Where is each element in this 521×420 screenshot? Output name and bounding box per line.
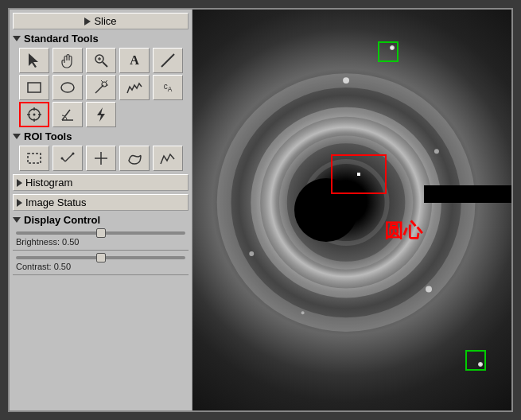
- green-box-bottom: [465, 350, 486, 371]
- chinese-label: 圆心: [384, 218, 422, 243]
- svg-line-11: [106, 80, 107, 82]
- point-roi-tool[interactable]: [52, 146, 83, 171]
- left-panel: Slice Standard Tools: [10, 10, 192, 410]
- slice-arrow-icon: [84, 18, 91, 25]
- histogram-label: Histogram: [25, 177, 72, 189]
- contrast-track[interactable]: [16, 256, 185, 259]
- bright-spot-2: [478, 362, 483, 367]
- line-tool[interactable]: [153, 48, 183, 73]
- divider-2: [13, 274, 189, 275]
- svg-point-26: [72, 153, 75, 155]
- svg-point-7: [61, 83, 74, 92]
- svg-line-5: [161, 54, 174, 67]
- svg-line-10: [101, 80, 103, 82]
- svg-line-20: [62, 110, 70, 120]
- display-control-header: Display Control: [10, 212, 192, 228]
- standard-tools-label: Standard Tools: [24, 33, 99, 45]
- svg-point-33: [343, 77, 349, 84]
- svg-marker-21: [97, 107, 105, 122]
- green-box-top: [378, 41, 399, 62]
- brightness-thumb[interactable]: [96, 228, 106, 238]
- svg-point-18: [33, 114, 36, 116]
- svg-point-9: [102, 82, 107, 87]
- brightness-slider-row: Brightness: 0.50: [10, 228, 192, 248]
- hand-tool[interactable]: [52, 48, 83, 73]
- crosshair-tool[interactable]: [19, 102, 49, 127]
- image-status-label: Image Status: [25, 196, 87, 208]
- image-area: 圆心: [192, 10, 511, 410]
- image-status-button[interactable]: Image Status: [13, 194, 189, 211]
- bright-spot-1: [390, 45, 395, 50]
- roi-tools-header: ROI Tools: [10, 129, 192, 144]
- contrast-slider-row: Contrast: 0.50: [10, 252, 192, 273]
- svg-rect-22: [28, 154, 41, 163]
- wand-tool[interactable]: [86, 75, 116, 100]
- histogram-arrow-icon: [17, 179, 22, 187]
- roi-tools-label: ROI Tools: [24, 130, 72, 142]
- arrow-down-icon: [13, 36, 21, 41]
- roi-box-center: [331, 154, 387, 194]
- oval-tool[interactable]: [52, 75, 83, 100]
- svg-point-35: [249, 251, 254, 256]
- brightness-label: Brightness: 0.50: [16, 237, 185, 247]
- contrast-label: Contrast: 0.50: [16, 262, 185, 271]
- main-window: Slice Standard Tools: [8, 8, 513, 412]
- svg-point-34: [434, 149, 439, 154]
- rect-roi-tool[interactable]: [19, 146, 49, 171]
- contrast-thumb[interactable]: [96, 253, 106, 262]
- svg-marker-0: [29, 53, 38, 68]
- arrow-tool[interactable]: [19, 48, 49, 73]
- polyline-roi-tool[interactable]: [153, 146, 183, 171]
- svg-point-37: [301, 311, 305, 314]
- freehand-roi-tool[interactable]: [119, 146, 150, 171]
- divider-1: [13, 250, 189, 251]
- roi-arrow-icon: [13, 134, 21, 139]
- standard-tools-header: Standard Tools: [10, 31, 192, 46]
- svg-point-36: [426, 286, 432, 293]
- text-tool[interactable]: A: [119, 48, 150, 73]
- display-control-label: Display Control: [24, 214, 100, 226]
- magnify-tool[interactable]: [86, 48, 116, 73]
- rect-tool[interactable]: [19, 75, 49, 100]
- roi-center-dot: [357, 173, 360, 176]
- lightning-tool[interactable]: [86, 102, 116, 127]
- standard-tools-grid: A: [16, 46, 192, 129]
- svg-rect-6: [28, 83, 41, 92]
- histogram-button[interactable]: Histogram: [13, 174, 189, 191]
- slice-button[interactable]: Slice: [13, 13, 189, 29]
- brightness-track[interactable]: [16, 231, 185, 235]
- svg-line-2: [103, 62, 107, 67]
- svg-line-24: [65, 154, 73, 161]
- angle-measure-tool[interactable]: [52, 102, 83, 127]
- display-control-arrow-icon: [13, 217, 21, 223]
- angle-tool[interactable]: cA: [153, 75, 183, 100]
- cross-roi-tool[interactable]: [86, 146, 116, 171]
- slice-label: Slice: [94, 15, 116, 27]
- beamstop-bar: [424, 185, 511, 203]
- roi-tools-grid: [16, 144, 192, 173]
- image-status-arrow-icon: [17, 199, 22, 207]
- profile-tool[interactable]: [119, 75, 150, 100]
- svg-point-25: [61, 158, 64, 160]
